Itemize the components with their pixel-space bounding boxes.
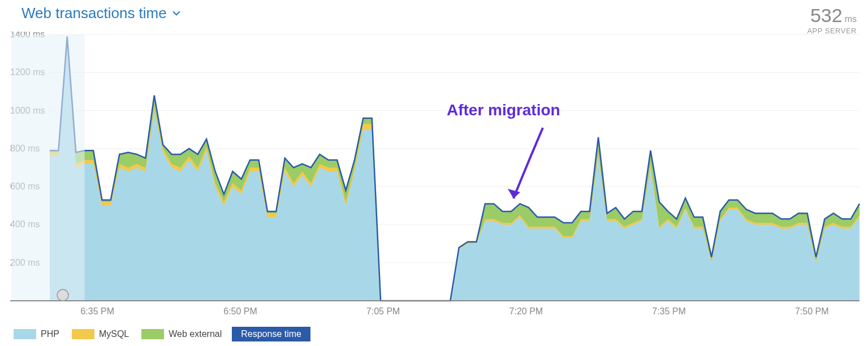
svg-rect-14 bbox=[11, 34, 85, 301]
legend-swatch-webext bbox=[141, 329, 164, 339]
metric-summary: 532ms APP SERVER bbox=[807, 5, 857, 35]
chart-title: Web transactions time bbox=[21, 5, 167, 22]
chart-area[interactable]: 200 ms400 ms600 ms800 ms1000 ms1200 ms14… bbox=[0, 32, 868, 318]
legend-label: Response time bbox=[241, 329, 301, 339]
legend-item-response[interactable]: Response time bbox=[232, 327, 310, 341]
legend-swatch-php bbox=[14, 329, 36, 339]
legend-label: Web external bbox=[169, 329, 222, 339]
svg-text:7:50 PM: 7:50 PM bbox=[795, 306, 829, 316]
chart-title-dropdown[interactable]: Web transactions time bbox=[21, 5, 180, 22]
svg-text:After migration: After migration bbox=[447, 101, 560, 119]
metric-unit: ms bbox=[845, 14, 857, 24]
svg-text:6:35 PM: 6:35 PM bbox=[80, 306, 114, 316]
legend-swatch-mysql bbox=[72, 329, 94, 339]
svg-text:7:05 PM: 7:05 PM bbox=[366, 306, 400, 316]
svg-text:6:50 PM: 6:50 PM bbox=[223, 306, 257, 316]
svg-text:7:35 PM: 7:35 PM bbox=[652, 306, 686, 316]
legend-item-webext[interactable]: Web external bbox=[139, 327, 228, 341]
legend-label: PHP bbox=[41, 329, 59, 339]
legend-item-mysql[interactable]: MySQL bbox=[70, 327, 136, 341]
legend: PHP MySQL Web external Response time bbox=[11, 327, 310, 341]
legend-item-php[interactable]: PHP bbox=[11, 327, 66, 341]
svg-text:7:20 PM: 7:20 PM bbox=[509, 306, 543, 316]
legend-label: MySQL bbox=[99, 329, 129, 339]
chevron-down-icon bbox=[172, 10, 180, 18]
svg-point-22 bbox=[57, 289, 68, 301]
metric-value: 532 bbox=[810, 5, 843, 26]
